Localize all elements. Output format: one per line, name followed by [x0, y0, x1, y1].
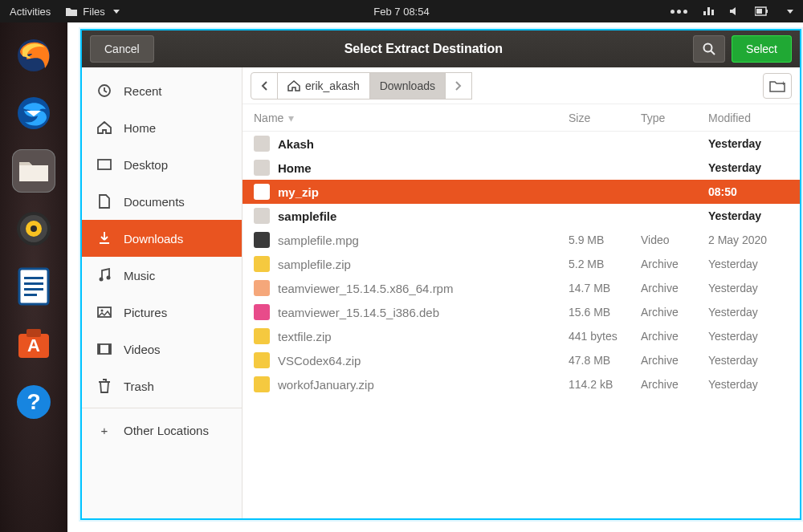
video-icon — [96, 341, 112, 357]
sidebar-item-label: Documents — [124, 195, 185, 209]
file-name: teamviewer_15.14.5_i386.deb — [278, 306, 569, 319]
chevron-left-icon — [261, 81, 267, 91]
folder-icon — [65, 6, 78, 17]
file-modified: 08:50 — [708, 185, 789, 198]
breadcrumb-current[interactable]: Downloads — [369, 72, 446, 99]
file-modified: Yesterday — [708, 161, 789, 174]
sidebar-item-label: Home — [124, 121, 156, 135]
svg-rect-10 — [24, 277, 43, 279]
svg-rect-13 — [24, 294, 37, 296]
col-type[interactable]: Type — [641, 112, 708, 124]
file-size: 114.2 kB — [569, 378, 641, 391]
sidebar-item-recent[interactable]: Recent — [82, 72, 242, 109]
file-type: Video — [641, 234, 708, 246]
sidebar-item-label: Recent — [124, 84, 162, 98]
sidebar-item-desktop[interactable]: Desktop — [82, 146, 242, 183]
svg-text:+: + — [781, 79, 785, 87]
volume-icon[interactable] — [729, 6, 740, 17]
path-forward-button[interactable] — [445, 72, 472, 99]
dock-help[interactable]: ? — [12, 380, 55, 424]
main-pane: erik_akash Downloads + Name▾ Size Type M… — [243, 67, 800, 518]
plus-icon: + — [96, 422, 112, 438]
picture-icon — [96, 304, 112, 320]
col-modified[interactable]: Modified — [708, 112, 789, 124]
activities-button[interactable]: Activities — [10, 6, 51, 18]
file-row[interactable]: teamviewer_15.14.5.x86_64.rpm14.7 MBArch… — [243, 276, 800, 300]
breadcrumb-home[interactable]: erik_akash — [277, 72, 370, 99]
file-name: samplefile.mpg — [278, 234, 569, 247]
app-menu-files[interactable]: Files — [65, 6, 119, 18]
column-headers[interactable]: Name▾ Size Type Modified — [243, 104, 800, 132]
dock-firefox[interactable] — [12, 34, 55, 77]
file-icon — [254, 304, 270, 320]
sidebar-item-home[interactable]: Home — [82, 109, 242, 146]
file-name: my_zip — [278, 185, 569, 199]
file-row[interactable]: my_zip08:50 — [243, 180, 800, 204]
sidebar-item-label: Other Locations — [124, 424, 209, 437]
col-size[interactable]: Size — [569, 112, 641, 124]
dock-software[interactable]: A — [12, 323, 55, 366]
sidebar-item-label: Pictures — [124, 306, 167, 319]
file-modified: Yesterday — [708, 209, 789, 222]
file-row[interactable]: samplefile.mpg5.9 MBVideo2 May 2020 — [243, 228, 800, 252]
dock-libreoffice-writer[interactable] — [12, 265, 55, 308]
network-icon[interactable] — [702, 6, 715, 17]
more-icon[interactable] — [671, 10, 687, 14]
sidebar-item-documents[interactable]: Documents — [82, 183, 242, 220]
svg-rect-28 — [98, 344, 100, 354]
new-folder-icon: + — [769, 79, 785, 92]
file-list[interactable]: AkashYesterdayHomeYesterdaymy_zip08:50sa… — [243, 132, 800, 518]
app-menu-label: Files — [83, 6, 104, 18]
file-name: workofJanuary.zip — [278, 378, 569, 392]
file-type: Archive — [641, 282, 708, 294]
file-row[interactable]: samplefile.zip5.2 MBArchiveYesterday — [243, 252, 800, 276]
svg-rect-11 — [24, 282, 43, 285]
sidebar-item-other-locations[interactable]: + Other Locations — [82, 412, 242, 449]
sidebar-item-label: Trash — [124, 380, 154, 393]
col-name[interactable]: Name▾ — [254, 112, 569, 124]
file-modified: Yesterday — [708, 137, 789, 150]
file-size: 5.2 MB — [569, 258, 641, 270]
file-row[interactable]: workofJanuary.zip114.2 kBArchiveYesterda… — [243, 372, 800, 396]
file-modified: Yesterday — [708, 354, 789, 367]
file-modified: Yesterday — [708, 258, 789, 270]
svg-point-24 — [107, 276, 111, 280]
file-type: Archive — [641, 306, 708, 319]
file-name: Home — [278, 161, 569, 175]
sidebar-item-videos[interactable]: Videos — [82, 331, 242, 368]
file-icon — [254, 256, 270, 272]
cancel-button[interactable]: Cancel — [90, 35, 154, 63]
file-row[interactable]: HomeYesterday — [243, 156, 800, 180]
dialog-header: Cancel Select Extract Destination Select — [82, 30, 800, 67]
music-icon — [96, 267, 112, 283]
file-row[interactable]: VSCodex64.zip47.8 MBArchiveYesterday — [243, 348, 800, 372]
new-folder-button[interactable]: + — [763, 73, 792, 99]
doc-icon — [96, 193, 112, 209]
system-menu-icon[interactable] — [787, 10, 793, 14]
panel-clock[interactable]: Feb 7 08:54 — [373, 6, 429, 18]
svg-point-23 — [100, 278, 104, 282]
file-row[interactable]: AkashYesterday — [243, 132, 800, 156]
dock-thunderbird[interactable] — [12, 91, 55, 135]
gnome-top-panel: Activities Files Feb 7 08:54 — [0, 0, 803, 22]
ubuntu-dock: A ? — [0, 22, 67, 532]
dock-files[interactable] — [12, 149, 55, 193]
search-button[interactable] — [693, 35, 725, 63]
folder-icon — [254, 208, 270, 224]
sidebar-item-music[interactable]: Music — [82, 257, 242, 294]
dock-rhythmbox[interactable] — [12, 207, 55, 250]
file-row[interactable]: textfile.zip441 bytesArchiveYesterday — [243, 324, 800, 348]
battery-icon[interactable] — [755, 6, 769, 16]
sidebar-item-trash[interactable]: Trash — [82, 368, 242, 404]
select-button[interactable]: Select — [732, 35, 792, 63]
sidebar-item-downloads[interactable]: Downloads — [82, 220, 242, 257]
file-row[interactable]: samplefileYesterday — [243, 204, 800, 228]
sidebar-item-label: Downloads — [124, 232, 183, 246]
file-icon — [254, 376, 270, 392]
file-size: 5.9 MB — [569, 234, 641, 246]
path-back-button[interactable] — [251, 72, 278, 99]
svg-point-26 — [101, 310, 104, 312]
file-row[interactable]: teamviewer_15.14.5_i386.deb15.6 MBArchiv… — [243, 300, 800, 324]
sidebar-item-pictures[interactable]: Pictures — [82, 294, 242, 331]
file-name: Akash — [278, 137, 569, 151]
